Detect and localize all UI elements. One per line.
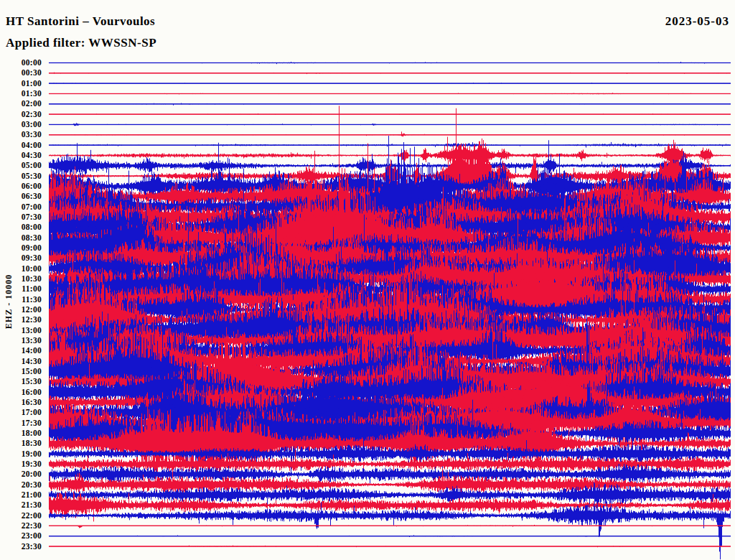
time-label: 08:00 xyxy=(0,223,42,232)
seismogram-page: HT Santorini – Vourvoulos 2023-05-03 App… xyxy=(0,0,735,560)
time-label: 09:30 xyxy=(0,254,42,263)
time-label: 18:00 xyxy=(0,429,42,438)
time-label: 23:30 xyxy=(0,543,42,551)
time-label: 17:30 xyxy=(0,419,42,428)
time-label: 04:00 xyxy=(0,141,42,150)
time-label: 15:30 xyxy=(0,378,42,386)
time-label: 05:30 xyxy=(0,172,42,181)
time-label: 12:00 xyxy=(0,306,42,314)
time-label: 08:30 xyxy=(0,234,42,243)
time-label: 17:00 xyxy=(0,409,42,417)
date-label: 2023-05-03 xyxy=(665,14,729,29)
time-label-column: 00:0000:3001:0001:3002:0002:3003:0003:30… xyxy=(0,0,42,560)
time-label: 16:00 xyxy=(0,388,42,397)
time-label: 07:30 xyxy=(0,213,42,222)
time-label: 19:30 xyxy=(0,460,42,469)
time-label: 06:30 xyxy=(0,192,42,201)
time-label: 00:30 xyxy=(0,69,42,78)
time-label: 03:30 xyxy=(0,131,42,139)
time-label: 18:30 xyxy=(0,439,42,448)
time-label: 01:30 xyxy=(0,90,42,98)
time-label: 14:00 xyxy=(0,347,42,355)
time-label: 19:00 xyxy=(0,450,42,459)
helicorder-trace-canvas xyxy=(49,57,731,560)
time-label: 11:30 xyxy=(0,296,42,304)
time-label: 04:30 xyxy=(0,151,42,160)
time-label: 12:30 xyxy=(0,316,42,325)
time-label: 02:30 xyxy=(0,111,42,119)
time-label: 23:00 xyxy=(0,532,42,541)
time-label: 00:00 xyxy=(0,59,42,67)
time-label: 06:00 xyxy=(0,182,42,191)
time-label: 15:00 xyxy=(0,368,42,376)
time-label: 03:00 xyxy=(0,121,42,129)
time-label: 13:00 xyxy=(0,327,42,335)
time-label: 01:00 xyxy=(0,80,42,88)
time-label: 14:30 xyxy=(0,358,42,366)
time-label: 02:00 xyxy=(0,100,42,108)
time-label: 10:30 xyxy=(0,275,42,284)
time-label: 21:30 xyxy=(0,501,42,510)
time-label: 22:30 xyxy=(0,522,42,531)
time-label: 22:00 xyxy=(0,512,42,521)
time-label: 13:30 xyxy=(0,337,42,345)
time-label: 16:30 xyxy=(0,398,42,407)
time-label: 20:30 xyxy=(0,481,42,490)
time-label: 10:00 xyxy=(0,265,42,274)
time-label: 09:00 xyxy=(0,244,42,253)
time-label: 05:00 xyxy=(0,162,42,170)
time-label: 11:00 xyxy=(0,285,42,294)
time-label: 21:00 xyxy=(0,491,42,500)
time-label: 20:00 xyxy=(0,470,42,479)
time-label: 07:00 xyxy=(0,203,42,212)
